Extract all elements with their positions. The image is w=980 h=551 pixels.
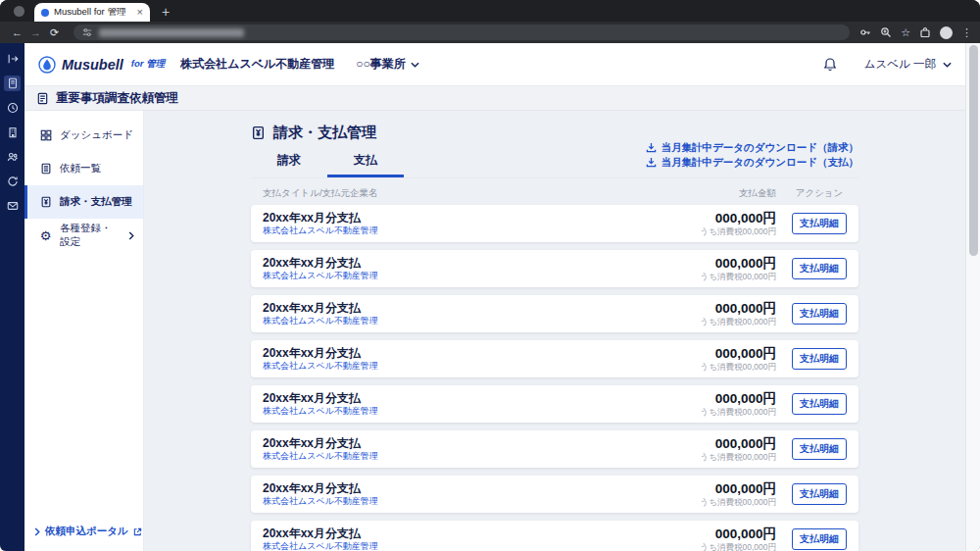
browser-window: Musubell for 管理 × + ← → ⟳ ☆ ⋮ [0, 0, 980, 551]
tab-close-icon[interactable]: × [137, 7, 143, 18]
bell-icon[interactable] [823, 57, 837, 72]
back-icon[interactable]: ← [8, 27, 26, 38]
forward-icon[interactable]: → [26, 27, 45, 38]
sidebar-item-label: 請求・支払管理 [60, 195, 132, 209]
new-tab-button[interactable]: + [162, 5, 170, 19]
address-bar[interactable] [74, 25, 850, 40]
payment-row: 20xx年xx月分支払 株式会社ムスベル不動産管理 000,000円 うち消費税… [251, 340, 858, 377]
payment-detail-button[interactable]: 支払明細 [792, 258, 847, 279]
journal-icon[interactable] [4, 75, 21, 91]
payment-detail-button[interactable]: 支払明細 [792, 213, 847, 234]
people-icon[interactable] [4, 149, 21, 165]
reload-icon[interactable]: ⟳ [45, 27, 64, 38]
payment-company-link[interactable]: 株式会社ムスベル不動産管理 [263, 271, 659, 282]
payment-title: 20xx年xx月分支払 [263, 346, 659, 361]
tab-search-icon[interactable] [14, 6, 24, 17]
payment-detail-button[interactable]: 支払明細 [792, 438, 847, 460]
site-info-icon [82, 27, 92, 37]
mail-icon[interactable] [4, 198, 21, 214]
portal-link[interactable]: 依頼申込ポータル [34, 525, 142, 538]
payment-detail-button[interactable]: 支払明細 [792, 393, 847, 415]
payment-company-link[interactable]: 株式会社ムスベル不動産管理 [263, 225, 659, 237]
scrollbar-thumb[interactable] [969, 45, 978, 256]
download-icon [646, 142, 657, 153]
payment-action-cell: 支払明細 [790, 258, 849, 279]
side-rail [0, 43, 24, 551]
browser-menu-icon[interactable]: ⋮ [961, 27, 972, 38]
column-action: アクション [790, 187, 849, 200]
sidebar: ダッシュボード 依頼一覧 請求・支払管理 ⚙ 各種登録・設定 [24, 111, 144, 551]
sidebar-item-dashboard[interactable]: ダッシュボード [24, 119, 143, 152]
sidebar-item-settings[interactable]: ⚙ 各種登録・設定 [24, 219, 143, 252]
payment-row-info: 20xx年xx月分支払 株式会社ムスベル不動産管理 [263, 211, 659, 237]
payment-amount-block: 000,000円 うち消費税00,000円 [659, 256, 776, 281]
payment-title: 20xx年xx月分支払 [263, 256, 659, 271]
payment-amount: 000,000円 [659, 301, 776, 317]
scrollbar[interactable] [965, 43, 980, 551]
payment-amount: 000,000円 [659, 526, 776, 542]
payment-action-cell: 支払明細 [790, 348, 849, 370]
payment-company-link[interactable]: 株式会社ムスベル不動産管理 [263, 316, 659, 327]
payment-company-link[interactable]: 株式会社ムスベル不動産管理 [263, 406, 659, 418]
chevron-right-icon [34, 527, 40, 536]
payment-action-cell: 支払明細 [790, 483, 849, 505]
payment-row-info: 20xx年xx月分支払 株式会社ムスベル不動産管理 [263, 346, 659, 373]
payment-row: 20xx年xx月分支払 株式会社ムスベル不動産管理 000,000円 うち消費税… [251, 385, 858, 423]
sync-icon[interactable] [4, 174, 21, 189]
bookmark-star-icon[interactable]: ☆ [901, 27, 910, 38]
office-selector[interactable]: ○○事業所 [356, 56, 419, 73]
payment-amount-block: 000,000円 うち消費税00,000円 [659, 301, 776, 326]
receipt-icon [251, 125, 266, 140]
sidebar-item-billing[interactable]: 請求・支払管理 [24, 185, 143, 219]
header-right: ムスベル 一郎 [823, 57, 952, 72]
payment-detail-button[interactable]: 支払明細 [792, 303, 847, 325]
payment-tax-note: うち消費税00,000円 [659, 497, 776, 507]
payment-row-info: 20xx年xx月分支払 株式会社ムスベル不動産管理 [263, 256, 659, 282]
chevron-right-icon [128, 231, 134, 240]
payment-row: 20xx年xx月分支払 株式会社ムスベル不動産管理 000,000円 うち消費税… [251, 476, 858, 513]
sidebar-item-label: 各種登録・設定 [60, 222, 121, 249]
sidebar-item-requests[interactable]: 依頼一覧 [24, 152, 143, 185]
payment-tax-note: うち消費税00,000円 [659, 542, 776, 551]
payment-title: 20xx年xx月分支払 [263, 436, 659, 451]
user-menu[interactable]: ムスベル 一郎 [864, 57, 952, 72]
compass-icon[interactable] [4, 100, 21, 116]
payment-amount: 000,000円 [659, 256, 776, 272]
payment-company-link[interactable]: 株式会社ムスベル不動産管理 [263, 361, 659, 373]
payment-detail-button[interactable]: 支払明細 [792, 483, 847, 505]
payment-row-info: 20xx年xx月分支払 株式会社ムスベル不動産管理 [263, 526, 659, 551]
payment-company-link[interactable]: 株式会社ムスベル不動産管理 [263, 541, 659, 551]
content-container: 請求・支払管理 当月集計中データのダウンロード（請求） 当月集計中データのダウン… [251, 124, 858, 551]
browser-tab[interactable]: Musubell for 管理 × [34, 3, 150, 22]
download-payment-link[interactable]: 当月集計中データのダウンロード（支払） [646, 155, 858, 170]
toolbar-actions: ☆ ⋮ [859, 26, 972, 39]
payment-tax-note: うち消費税00,000円 [659, 272, 776, 281]
brand-logo[interactable]: Musubell for 管理 [38, 56, 165, 74]
office-label: ○○事業所 [356, 56, 406, 73]
redacted-url [99, 28, 244, 37]
payment-company-link[interactable]: 株式会社ムスベル不動産管理 [263, 496, 659, 508]
sidebar-item-label: ダッシュボード [60, 128, 133, 142]
sidebar-item-label: 依頼一覧 [60, 162, 101, 175]
payment-amount-block: 000,000円 うち消費税00,000円 [659, 481, 776, 507]
page-body: ダッシュボード 依頼一覧 請求・支払管理 ⚙ 各種登録・設定 [24, 111, 965, 551]
extensions-icon[interactable] [919, 26, 931, 38]
tab-billing[interactable]: 請求 [251, 148, 327, 177]
key-icon[interactable] [859, 26, 871, 38]
section-title-label: 請求・支払管理 [273, 124, 376, 142]
payment-action-cell: 支払明細 [790, 393, 849, 415]
payment-detail-button[interactable]: 支払明細 [792, 528, 847, 550]
building-icon[interactable] [4, 125, 21, 140]
zoom-icon[interactable] [880, 26, 892, 38]
payment-title: 20xx年xx月分支払 [263, 481, 659, 496]
tab-payment[interactable]: 支払 [327, 148, 404, 177]
page-title: 重要事項調査依頼管理 [56, 90, 178, 107]
panel-arrow-icon[interactable] [4, 51, 21, 67]
user-name: ムスベル 一郎 [864, 57, 936, 72]
download-billing-link[interactable]: 当月集計中データのダウンロード（請求） [646, 140, 858, 155]
payment-amount-block: 000,000円 うち消費税00,000円 [659, 346, 776, 372]
column-title: 支払タイトル/支払元企業名 [263, 187, 659, 200]
payment-company-link[interactable]: 株式会社ムスベル不動産管理 [263, 451, 659, 463]
payment-detail-button[interactable]: 支払明細 [792, 348, 847, 370]
browser-profile-avatar[interactable] [940, 26, 953, 39]
